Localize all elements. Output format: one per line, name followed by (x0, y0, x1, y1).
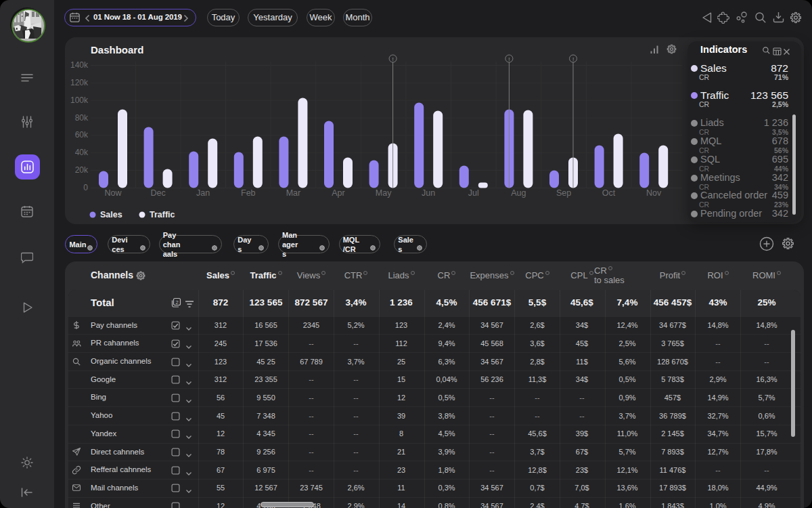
svg-text:Apr: Apr (332, 188, 344, 198)
svg-text:Traffic: Traffic (150, 210, 175, 219)
svg-text:80k: 80k (75, 113, 89, 123)
svg-text:Now: Now (104, 188, 122, 198)
svg-text:20k: 20k (75, 165, 89, 175)
svg-text:Nov: Nov (646, 188, 662, 198)
svg-text:!: ! (508, 56, 510, 62)
svg-text:0: 0 (83, 183, 88, 192)
svg-text:Oct: Oct (602, 188, 616, 198)
svg-text:Aug: Aug (511, 188, 526, 198)
svg-text:Sales: Sales (100, 210, 122, 219)
svg-text:40k: 40k (75, 148, 89, 157)
svg-text:!: ! (392, 56, 393, 62)
svg-text:Mar: Mar (286, 188, 301, 198)
svg-text:2: 2 (175, 299, 178, 305)
svg-text:Jun: Jun (422, 188, 435, 198)
svg-text:Dec: Dec (150, 188, 165, 198)
svg-text:140k: 140k (70, 60, 89, 70)
svg-text:Jan: Jan (196, 188, 210, 198)
svg-text:Feb: Feb (241, 188, 256, 198)
svg-text:120k: 120k (70, 78, 89, 87)
svg-text:100k: 100k (70, 96, 89, 105)
svg-text:Jul: Jul (468, 188, 479, 198)
svg-text:!: ! (572, 56, 574, 62)
svg-text:60k: 60k (75, 130, 89, 140)
svg-text:May: May (376, 188, 392, 198)
svg-text:Sep: Sep (556, 188, 571, 198)
